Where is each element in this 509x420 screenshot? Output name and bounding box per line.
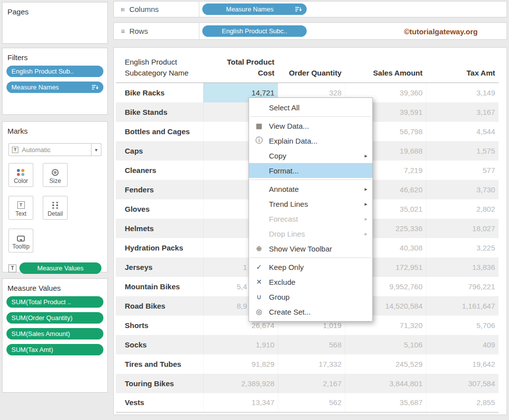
- menu-item-view-data[interactable]: ▦View Data...: [249, 118, 372, 133]
- chevron-down-icon[interactable]: ▾: [91, 144, 101, 156]
- menu-item-show-view-toolbar[interactable]: ⊕Show View Toolbar: [249, 241, 372, 256]
- menu-item-label: Select All: [269, 103, 372, 112]
- row-header-cell[interactable]: Shorts: [125, 316, 203, 335]
- measure-pill-sum-tax-amt[interactable]: SUM(Tax Amt): [6, 344, 103, 355]
- value-cell[interactable]: 2,855: [426, 393, 499, 412]
- table-row[interactable]: Vests13,34756235,6872,855: [116, 393, 499, 413]
- column-header-tax-amt[interactable]: Tax Amt: [426, 68, 499, 79]
- value-cell[interactable]: 409: [426, 335, 499, 354]
- filter-pill-measure-names[interactable]: Measure Names: [6, 82, 103, 93]
- row-header-cell[interactable]: Touring Bikes: [125, 374, 203, 393]
- measure-values-pill[interactable]: Measure Values: [19, 262, 101, 274]
- color-button[interactable]: Color: [8, 163, 33, 187]
- value-cell[interactable]: 3,167: [426, 102, 499, 122]
- row-header-cell[interactable]: Helmets: [125, 219, 203, 238]
- row-header-cell[interactable]: Mountain Bikes: [125, 277, 203, 296]
- row-header-cell[interactable]: Socks: [125, 335, 203, 354]
- row-header-cell[interactable]: Hydration Packs: [125, 238, 203, 257]
- size-button[interactable]: Size: [43, 163, 68, 187]
- table-row[interactable]: Tires and Tubes91,82917,332245,52919,642: [116, 354, 499, 374]
- value-cell[interactable]: 4,544: [426, 122, 499, 141]
- value-cell[interactable]: 577: [426, 161, 499, 180]
- menu-item-format[interactable]: Format...: [249, 163, 372, 178]
- row-header-cell[interactable]: Bottles and Cages: [125, 122, 203, 141]
- value-cell[interactable]: 3,844,801: [345, 374, 426, 393]
- measure-pill-sum-total-product[interactable]: SUM(Total Product ..: [6, 296, 103, 308]
- exclude-x-icon: ✕: [249, 278, 269, 286]
- columns-shelf[interactable]: ≡ Columns Measure Names: [113, 1, 507, 17]
- measure-pill-sum-sales-amount[interactable]: SUM(Sales Amount): [6, 328, 103, 339]
- value-cell[interactable]: 18,027: [426, 219, 499, 238]
- column-header-total-product-cost[interactable]: Total Product Cost: [203, 57, 278, 79]
- rows-shelf[interactable]: ≡ Rows English Product Subc.. ©tutorialg…: [113, 22, 507, 40]
- value-cell[interactable]: 3,730: [426, 180, 499, 199]
- value-cell[interactable]: 2,167: [278, 374, 345, 393]
- value-cell[interactable]: 13,836: [426, 257, 499, 277]
- table-row[interactable]: Socks1,9105685,106409: [116, 335, 499, 354]
- row-header-cell[interactable]: Bike Racks: [125, 83, 203, 102]
- value-cell[interactable]: 5,106: [345, 335, 426, 354]
- value-cell[interactable]: 568: [278, 335, 345, 354]
- detail-button[interactable]: Detail: [43, 196, 68, 220]
- menu-item-create-set[interactable]: ◎Create Set...: [249, 304, 372, 319]
- filters-shelf[interactable]: Filters English Product Sub..Measure Nam…: [2, 48, 108, 115]
- menu-item-explain-data[interactable]: ⓘExplain Data...: [249, 133, 372, 148]
- sort-icon[interactable]: [92, 84, 98, 90]
- rows-shelf-drop-area[interactable]: English Product Subc.. ©tutorialgateway.…: [199, 23, 507, 39]
- measure-pill-sum-order-quantity[interactable]: SUM(Order Quantity): [6, 312, 103, 324]
- value-cell[interactable]: 19,642: [426, 354, 499, 374]
- menu-item-trend-lines[interactable]: Trend Lines▸: [249, 196, 372, 211]
- value-cell[interactable]: 17,332: [278, 354, 345, 374]
- row-header-cell[interactable]: Fenders: [125, 180, 203, 199]
- pages-shelf[interactable]: Pages: [2, 2, 108, 44]
- row-header-cell[interactable]: Road Bikes: [125, 296, 203, 316]
- menu-item-label: View Data...: [269, 122, 372, 130]
- value-cell[interactable]: 562: [278, 393, 345, 412]
- row-header-cell[interactable]: Gloves: [125, 199, 203, 219]
- columns-icon: ≡: [119, 7, 127, 11]
- value-cell[interactable]: 1,161,647: [426, 296, 499, 316]
- value-cell[interactable]: 91,829: [203, 354, 278, 374]
- rows-shelf-label: ≡ Rows: [114, 23, 199, 39]
- row-header-cell[interactable]: Cleaners: [125, 161, 203, 180]
- tooltip-button[interactable]: Tooltip: [8, 229, 33, 252]
- value-cell[interactable]: 35,687: [345, 393, 426, 412]
- columns-pill-measure-names[interactable]: Measure Names: [202, 3, 307, 15]
- row-header-cell[interactable]: Jerseys: [125, 257, 203, 277]
- value-cell[interactable]: 307,584: [426, 374, 499, 393]
- value-cell[interactable]: 1,910: [203, 335, 278, 354]
- filter-pill-english-product-sub[interactable]: English Product Sub..: [6, 66, 103, 77]
- table-row[interactable]: Touring Bikes2,389,9282,1673,844,801307,…: [116, 374, 499, 393]
- value-cell[interactable]: 2,802: [426, 199, 499, 219]
- menu-item-forecast[interactable]: Forecast▸: [249, 211, 372, 226]
- columns-shelf-drop-area[interactable]: Measure Names: [199, 1, 507, 17]
- pill-label: SUM(Tax Amt): [11, 346, 98, 353]
- menu-item-keep-only[interactable]: ✓Keep Only: [249, 259, 372, 274]
- value-cell[interactable]: 796,221: [426, 277, 499, 296]
- sort-icon[interactable]: [295, 6, 302, 12]
- text-button[interactable]: Text: [8, 196, 33, 220]
- menu-item-select-all[interactable]: Select All: [249, 100, 372, 115]
- value-cell[interactable]: 13,347: [203, 393, 278, 412]
- menu-item-annotate[interactable]: Annotate▸: [249, 181, 372, 196]
- menu-item-group[interactable]: ∪Group: [249, 289, 372, 304]
- submenu-arrow-icon: ▸: [364, 216, 372, 222]
- value-cell[interactable]: 3,225: [426, 238, 499, 257]
- value-cell[interactable]: 5,706: [426, 316, 499, 335]
- value-cell[interactable]: 2,389,928: [203, 374, 278, 393]
- mark-type-dropdown[interactable]: T Automatic ▾: [8, 143, 101, 156]
- rows-pill-subcategory[interactable]: English Product Subc..: [202, 25, 307, 37]
- row-dimension-header[interactable]: English Product Subcategory Name: [125, 57, 203, 79]
- value-cell[interactable]: 245,529: [345, 354, 426, 374]
- menu-item-copy[interactable]: Copy▸: [249, 148, 372, 163]
- row-header-cell[interactable]: Caps: [125, 141, 203, 161]
- value-cell[interactable]: 1,575: [426, 141, 499, 161]
- value-cell[interactable]: 3,149: [426, 83, 499, 102]
- row-header-cell[interactable]: Tires and Tubes: [125, 354, 203, 374]
- menu-item-drop-lines[interactable]: Drop Lines▸: [249, 226, 372, 241]
- column-header-order-quantity[interactable]: Order Quantity: [278, 68, 345, 79]
- row-header-cell[interactable]: Bike Stands: [125, 102, 203, 122]
- row-header-cell[interactable]: Vests: [125, 393, 203, 412]
- column-header-sales-amount[interactable]: Sales Amount: [345, 68, 426, 79]
- menu-item-exclude[interactable]: ✕Exclude: [249, 274, 372, 289]
